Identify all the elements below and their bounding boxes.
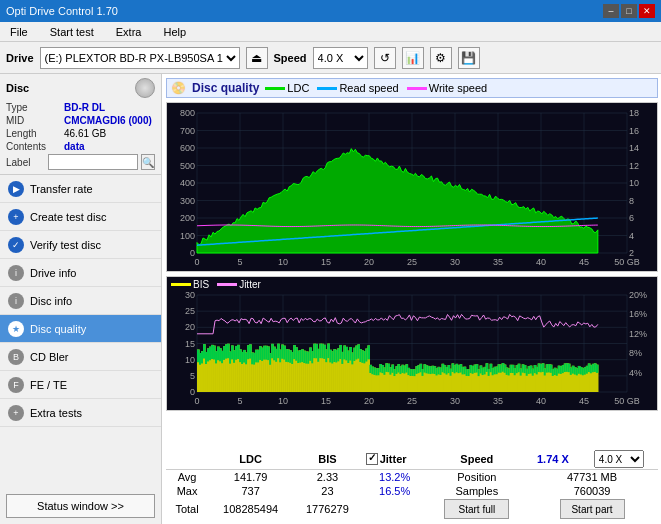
bottom-chart-canvas [167, 277, 657, 411]
charts-area: BIS Jitter [166, 102, 658, 445]
nav-icon-fete: F [8, 377, 24, 393]
nav-extra-tests[interactable]: + Extra tests [0, 399, 161, 427]
speed-value: 1.74 X [537, 453, 569, 465]
speed-select-stats[interactable]: 4.0 X [594, 450, 644, 468]
nav-icon-extra: + [8, 405, 24, 421]
disc-length-row: Length 46.61 GB [6, 128, 155, 139]
disc-mid-row: MID CMCMAGDI6 (000) [6, 115, 155, 126]
stats-start-full-cell: Start full [428, 498, 526, 520]
legend-write: Write speed [407, 82, 488, 94]
legend-write-label: Write speed [429, 82, 488, 94]
stats-total-label: Total [166, 498, 208, 520]
quality-icon: 📀 [171, 81, 186, 95]
nav-fe-te[interactable]: F FE / TE [0, 371, 161, 399]
stats-table: LDC BIS Jitter Speed 1.74 X [166, 449, 658, 520]
disc-mid-value: CMCMAGDI6 (000) [64, 115, 152, 126]
legend-top: LDC Read speed Write speed [265, 82, 487, 94]
legend-ldc-label: LDC [287, 82, 309, 94]
menu-help[interactable]: Help [157, 24, 192, 40]
stats-max-label: Max [166, 484, 208, 498]
nav-drive-info[interactable]: i Drive info [0, 259, 161, 287]
jitter-label: Jitter [380, 453, 407, 465]
nav-label-bler: CD Bler [30, 351, 69, 363]
col-ldc: LDC [208, 449, 293, 470]
legend-ldc: LDC [265, 82, 309, 94]
disc-contents-label: Contents [6, 141, 64, 152]
start-full-button[interactable]: Start full [444, 499, 509, 519]
quality-header: 📀 Disc quality LDC Read speed Write spee… [166, 78, 658, 98]
nav-label-extra: Extra tests [30, 407, 82, 419]
speed-select[interactable]: 4.0 X [313, 47, 368, 69]
col-bis: BIS [293, 449, 362, 470]
legend-bis-label: BIS [193, 279, 209, 290]
close-button[interactable]: ✕ [639, 4, 655, 18]
stats-row-total: Total 108285494 1776279 Start full Start… [166, 498, 658, 520]
stats-avg-label: Avg [166, 470, 208, 485]
nav-icon-disc-info: i [8, 293, 24, 309]
nav-create-test-disc[interactable]: + Create test disc [0, 203, 161, 231]
nav-disc-quality[interactable]: ★ Disc quality [0, 315, 161, 343]
refresh-button[interactable]: ↺ [374, 47, 396, 69]
disc-label-input[interactable] [48, 154, 138, 170]
stats-pos-label: Position [428, 470, 526, 485]
nav-disc-info[interactable]: i Disc info [0, 287, 161, 315]
legend-jitter: Jitter [217, 279, 261, 290]
label-edit-button[interactable]: 🔍 [141, 154, 155, 170]
col-speed-lbl: Speed [428, 449, 526, 470]
disc-panel: Disc Type BD-R DL MID CMCMAGDI6 (000) Le… [0, 74, 161, 175]
stats-avg-ldc: 141.79 [208, 470, 293, 485]
legend-ldc-color [265, 87, 285, 90]
menu-start-test[interactable]: Start test [44, 24, 100, 40]
nav-label-disc-info: Disc info [30, 295, 72, 307]
stats-max-bis: 23 [293, 484, 362, 498]
nav-icon-verify: ✓ [8, 237, 24, 253]
graph-button[interactable]: 📊 [402, 47, 424, 69]
start-part-button[interactable]: Start part [560, 499, 625, 519]
status-window-button[interactable]: Status window >> [6, 494, 155, 518]
eject-button[interactable]: ⏏ [246, 47, 268, 69]
stats-samples-value: 760039 [526, 484, 658, 498]
menu-file[interactable]: File [4, 24, 34, 40]
quality-title: Disc quality [192, 81, 259, 95]
legend-read-color [317, 87, 337, 90]
settings-button[interactable]: ⚙ [430, 47, 452, 69]
minimize-button[interactable]: – [603, 4, 619, 18]
jitter-checkbox[interactable] [366, 453, 378, 465]
stats-data-table: LDC BIS Jitter Speed 1.74 X [166, 449, 658, 520]
disc-type-value: BD-R DL [64, 102, 105, 113]
disc-icon [135, 78, 155, 98]
maximize-button[interactable]: □ [621, 4, 637, 18]
titlebar-title: Opti Drive Control 1.70 [6, 5, 118, 17]
drive-select[interactable]: (E:) PLEXTOR BD-R PX-LB950SA 1.06 [40, 47, 240, 69]
legend-jitter-label: Jitter [239, 279, 261, 290]
nav-verify-test-disc[interactable]: ✓ Verify test disc [0, 231, 161, 259]
legend-bis: BIS [171, 279, 209, 290]
stats-row-avg: Avg 141.79 2.33 13.2% Position 47731 MB [166, 470, 658, 485]
col-speed-val: 1.74 X [526, 449, 580, 470]
chart-top [166, 102, 658, 272]
disc-header: Disc [6, 78, 155, 98]
legend-write-color [407, 87, 427, 90]
stats-samples-label: Samples [428, 484, 526, 498]
col-jitter-check: Jitter [362, 449, 428, 470]
sidebar: Disc Type BD-R DL MID CMCMAGDI6 (000) Le… [0, 74, 162, 524]
disc-length-label: Length [6, 128, 64, 139]
nav-label-fete: FE / TE [30, 379, 67, 391]
col-speed-sel: 4.0 X [580, 449, 658, 470]
menu-extra[interactable]: Extra [110, 24, 148, 40]
menubar: File Start test Extra Help [0, 22, 661, 42]
save-button[interactable]: 💾 [458, 47, 480, 69]
nav-cd-bler[interactable]: B CD Bler [0, 343, 161, 371]
nav-icon-transfer: ▶ [8, 181, 24, 197]
chart-bottom: BIS Jitter [166, 276, 658, 411]
disc-length-value: 46.61 GB [64, 128, 106, 139]
main-layout: Disc Type BD-R DL MID CMCMAGDI6 (000) Le… [0, 74, 661, 524]
stats-area: LDC BIS Jitter Speed 1.74 X [166, 449, 658, 520]
legend-bis-color [171, 283, 191, 286]
legend-read-label: Read speed [339, 82, 398, 94]
stats-total-jitter [362, 498, 428, 520]
stats-row-max: Max 737 23 16.5% Samples 760039 [166, 484, 658, 498]
jitter-header: Jitter [366, 453, 424, 465]
disc-type-row: Type BD-R DL [6, 102, 155, 113]
nav-transfer-rate[interactable]: ▶ Transfer rate [0, 175, 161, 203]
